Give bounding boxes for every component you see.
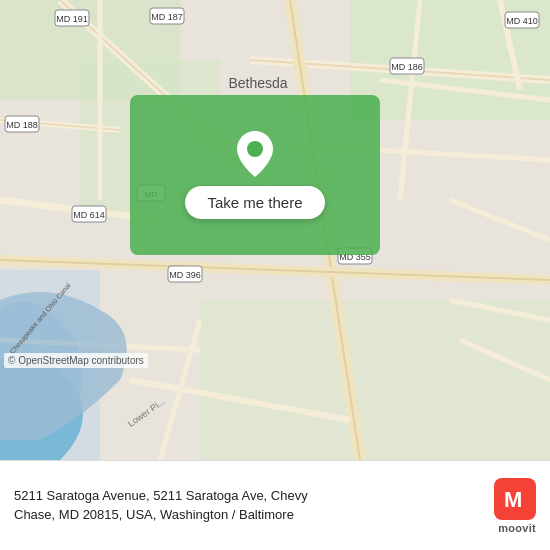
svg-text:M: M [504, 487, 522, 512]
address-section: 5211 Saratoga Avenue, 5211 Saratoga Ave,… [14, 487, 482, 525]
location-panel: Take me there [130, 95, 380, 255]
svg-text:MD 186: MD 186 [391, 62, 423, 72]
svg-text:MD 191: MD 191 [56, 14, 88, 24]
bottom-bar: 5211 Saratoga Avenue, 5211 Saratoga Ave,… [0, 460, 550, 550]
svg-point-49 [247, 141, 263, 157]
svg-text:MD 187: MD 187 [151, 12, 183, 22]
moovit-label: moovit [498, 522, 536, 534]
location-pin-icon [237, 132, 273, 176]
svg-text:MD 410: MD 410 [506, 16, 538, 26]
take-me-there-button[interactable]: Take me there [185, 186, 324, 219]
svg-text:MD 188: MD 188 [6, 120, 38, 130]
svg-rect-5 [200, 300, 550, 460]
address-line1: 5211 Saratoga Avenue, 5211 Saratoga Ave,… [14, 488, 308, 503]
moovit-logo: M moovit [494, 478, 536, 534]
svg-text:Bethesda: Bethesda [228, 75, 287, 91]
address-text: 5211 Saratoga Avenue, 5211 Saratoga Ave,… [14, 487, 482, 525]
address-line2: Chase, MD 20815, USA, Washington / Balti… [14, 507, 294, 522]
osm-credit: © OpenStreetMap contributors [4, 353, 148, 368]
moovit-logo-icon: M [494, 478, 536, 520]
map-container: MD 191 MD 187 MD 188 MD 186 MD 410 MD 61… [0, 0, 550, 460]
svg-text:MD 614: MD 614 [73, 210, 105, 220]
svg-text:MD 396: MD 396 [169, 270, 201, 280]
